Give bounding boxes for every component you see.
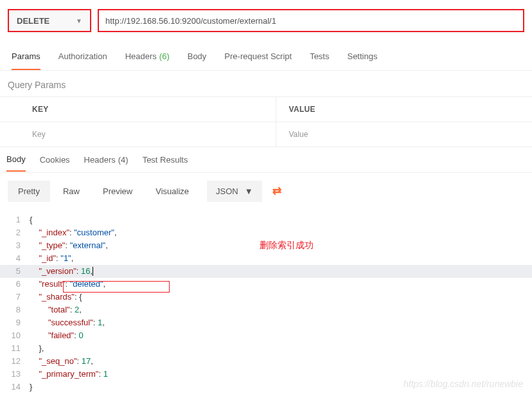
tab-count: (4) <box>118 155 129 165</box>
chevron-down-icon: ▼ <box>245 186 253 196</box>
response-body-json: 删除索引成功 1{2 "_index": "customer",3 "_type… <box>0 210 532 398</box>
response-view-bar: Pretty Raw Preview Visualize JSON ▼ ⇄ <box>0 173 532 210</box>
tab-label: Tests <box>310 51 329 61</box>
view-raw-button[interactable]: Raw <box>53 181 90 202</box>
response-tabs: Body Cookies Headers(4) Test Results <box>0 147 532 173</box>
tab-tests[interactable]: Tests <box>310 44 329 70</box>
key-header: KEY <box>19 97 276 122</box>
tab-settings[interactable]: Settings <box>347 44 377 70</box>
tab-label: Body <box>6 154 26 164</box>
response-tab-headers[interactable]: Headers(4) <box>84 155 129 165</box>
code-line: 8 "total": 2, <box>0 303 532 316</box>
query-params-table: KEY VALUE Key Value <box>0 96 532 147</box>
tab-label: Authorization <box>58 51 107 61</box>
tab-params[interactable]: Params <box>12 44 40 70</box>
tab-pre-request[interactable]: Pre-request Script <box>224 44 292 70</box>
tab-label: Params <box>12 51 40 61</box>
query-params-title: Query Params <box>0 71 532 96</box>
code-line: 12 "_seq_no": 17, <box>0 355 532 368</box>
response-tab-body[interactable]: Body <box>6 154 26 172</box>
tab-body[interactable]: Body <box>188 44 207 70</box>
tab-label: Pre-request Script <box>224 51 292 61</box>
code-line: 5 "_version": 16, <box>0 265 532 278</box>
code-line: 7 "_shards": { <box>0 291 532 303</box>
tab-label: Settings <box>347 51 377 61</box>
highlight-box <box>63 281 170 293</box>
annotation-text: 删除索引成功 <box>260 239 314 251</box>
code-line: 4 "_id": "1", <box>0 252 532 265</box>
view-preview-button[interactable]: Preview <box>93 181 143 202</box>
code-line: 9 "successful": 1, <box>0 316 532 329</box>
query-params-input-row: Key Value <box>0 122 532 147</box>
url-input[interactable] <box>98 9 524 32</box>
tab-label: Headers <box>84 155 116 165</box>
view-pretty-button[interactable]: Pretty <box>8 181 50 202</box>
code-line: 1{ <box>0 213 532 226</box>
tab-headers[interactable]: Headers(6) <box>125 44 170 70</box>
view-visualize-button[interactable]: Visualize <box>145 181 199 202</box>
http-method-select[interactable]: DELETE ▼ <box>8 9 91 32</box>
request-tabs: Params Authorization Headers(6) Body Pre… <box>0 44 532 71</box>
key-input[interactable]: Key <box>19 122 276 147</box>
value-input[interactable]: Value <box>276 122 533 147</box>
code-line: 11 }, <box>0 342 532 355</box>
http-method-label: DELETE <box>17 16 49 26</box>
tab-label: Cookies <box>40 155 70 165</box>
format-select[interactable]: JSON ▼ <box>207 181 262 202</box>
format-label: JSON <box>216 186 238 196</box>
response-tab-cookies[interactable]: Cookies <box>40 155 70 165</box>
tab-label: Headers <box>125 51 157 61</box>
code-line: 2 "_index": "customer", <box>0 226 532 239</box>
wrap-lines-icon[interactable]: ⇄ <box>265 179 289 203</box>
query-params-header-row: KEY VALUE <box>0 97 532 122</box>
tab-label: Body <box>188 51 207 61</box>
request-bar: DELETE ▼ <box>0 0 532 44</box>
tab-authorization[interactable]: Authorization <box>58 44 107 70</box>
response-tab-test-results[interactable]: Test Results <box>143 155 188 165</box>
tab-label: Test Results <box>143 155 188 165</box>
watermark-text: https://blog.csdn.net/runewbie <box>403 379 523 389</box>
code-line: 10 "failed": 0 <box>0 329 532 342</box>
tab-count: (6) <box>159 51 170 61</box>
chevron-down-icon: ▼ <box>76 17 82 24</box>
value-header: VALUE <box>276 97 533 122</box>
